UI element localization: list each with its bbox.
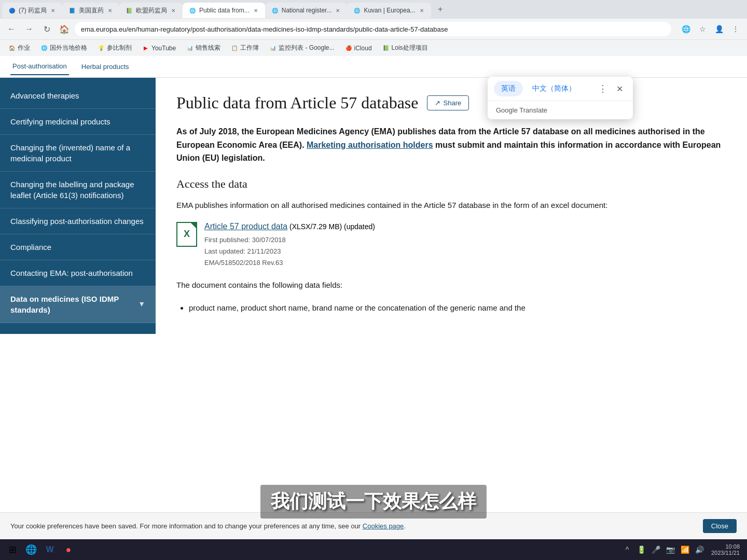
translate-more-button[interactable]: ⋮ [596, 81, 610, 96]
file-download-link[interactable]: Article 57 product data [204, 222, 287, 231]
translate-lang-english[interactable]: 英语 [494, 81, 523, 96]
bookmark-lois-label: Lois处理项目 [392, 44, 428, 52]
translate-lang-chinese[interactable]: 中文（简体） [525, 81, 583, 96]
taskbar-word-icon[interactable]: W [42, 541, 58, 558]
home-button[interactable]: 🏠 [57, 22, 72, 36]
tab-3[interactable]: 📗 欧盟药监局 ✕ [119, 3, 183, 18]
taskbar-mic-icon[interactable]: 🎤 [650, 543, 662, 556]
tab-5-favicon: 🌐 [271, 7, 279, 14]
tab-6[interactable]: 🌐 Kuvan | Europea... ✕ [347, 3, 431, 18]
tab-1[interactable]: 🔵 (7) 药监局 ✕ [2, 3, 62, 18]
taskbar-network-icon[interactable]: 📶 [679, 543, 691, 556]
more-icon[interactable]: ⋮ [728, 22, 743, 36]
taskbar-extra-icon[interactable]: ● [60, 541, 77, 558]
sidebar-item-contacting[interactable]: Contacting EMA: post-authorisation [0, 260, 156, 286]
refresh-button[interactable]: ↻ [39, 22, 54, 36]
new-tab-button[interactable]: + [433, 2, 448, 17]
tab-6-favicon: 🌐 [353, 7, 361, 14]
mah-link[interactable]: Marketing authorisation holders [307, 141, 433, 149]
tab-1-favicon: 🔵 [8, 7, 16, 14]
sidebar-item-advanced-therapies[interactable]: Advanced therapies [0, 83, 156, 109]
tab-2-favicon: 📘 [68, 7, 76, 14]
bookmark-zuoye[interactable]: 🏠 作业 [4, 41, 34, 54]
page-title: Public data from Article 57 database [176, 93, 419, 113]
bookmark-zuoye-label: 作业 [18, 44, 30, 52]
bookmark-youtube-icon: ▶ [142, 45, 149, 52]
taskbar-expand-icon[interactable]: ^ [621, 543, 633, 556]
cookie-close-button[interactable]: Close [703, 519, 737, 533]
tab-1-title: (7) 药监局 [19, 6, 47, 15]
tab-6-title: Kuvan | Europea... [364, 7, 415, 14]
bookmark-workbook-icon: 📋 [231, 45, 238, 52]
fields-intro: The document contains the following data… [176, 279, 726, 291]
cookie-text: Your cookie preferences have been saved.… [10, 522, 406, 530]
bookmark-price-icon: 🌐 [40, 45, 48, 52]
url-bar[interactable]: ema.europa.eu/en/human-regulatory/post-a… [75, 22, 671, 36]
taskbar-speaker-icon[interactable]: 📷 [665, 543, 677, 556]
file-first-published: First published: 30/07/2018 [204, 234, 726, 246]
share-button-label: Share [444, 99, 462, 107]
tab-4-title: Public data from... [199, 7, 250, 14]
bookmark-youtube-label: YouTube [151, 45, 176, 52]
bookmark-canbi[interactable]: 💡 参比制剂 [93, 41, 136, 54]
tab-5[interactable]: 🌐 National register... ✕ [265, 3, 348, 18]
bookmark-sales-icon: 📊 [186, 45, 193, 52]
bookmark-workbook-label: 工作簿 [240, 44, 259, 52]
translate-close-button[interactable]: ✕ [612, 81, 627, 96]
bookmark-lois-icon: 📗 [382, 45, 390, 52]
taskbar-volume-icon[interactable]: 🔊 [694, 543, 706, 556]
file-block: X Article 57 product data (XLSX/7.29 MB)… [176, 222, 726, 269]
sidebar-item-classifying[interactable]: Classifying post-authorisation changes [0, 208, 156, 234]
translate-popup: 英语 中文（简体） ⋮ ✕ Google Translate [488, 77, 633, 119]
browser-chrome: 🔵 (7) 药监局 ✕ 📘 美国直药 ✕ 📗 欧盟药监局 ✕ 🌐 Public … [0, 0, 747, 56]
header-nav-post-auth[interactable]: Post-authorisation [10, 58, 69, 75]
bookmark-youtube[interactable]: ▶ YouTube [138, 43, 180, 54]
tab-4-favicon: 🌐 [189, 7, 196, 14]
taskbar-windows-icon[interactable]: ⊞ [4, 541, 21, 558]
translate-icon[interactable]: 🌐 [679, 22, 693, 36]
file-link-row: Article 57 product data (XLSX/7.29 MB) (… [204, 222, 726, 231]
bookmark-monitor[interactable]: 📊 监控列表 - Google... [265, 41, 338, 54]
tab-4-close[interactable]: ✕ [253, 7, 259, 15]
file-ref: EMA/518502/2018 Rev.63 [204, 257, 726, 269]
bookmark-zuoye-icon: 🏠 [8, 45, 16, 52]
bookmark-lois[interactable]: 📗 Lois处理项目 [378, 41, 432, 54]
sidebar-item-labelling[interactable]: Changing the labelling and package leafl… [0, 172, 156, 208]
cookies-page-link[interactable]: Cookies page [363, 522, 404, 530]
bookmark-icloud[interactable]: 🍎 iCloud [341, 43, 376, 54]
address-icons: 🌐 ☆ 👤 ⋮ [679, 22, 743, 36]
bookmark-sales[interactable]: 📊 销售线索 [182, 41, 225, 54]
file-metadata: First published: 30/07/2018 Last updated… [204, 234, 726, 269]
file-updated-text: (updated) [344, 222, 375, 231]
sidebar-item-changing-name[interactable]: Changing the (invented) name of a medici… [0, 135, 156, 172]
profile-icon[interactable]: 👤 [712, 22, 726, 36]
sidebar-item-compliance[interactable]: Compliance [0, 234, 156, 260]
chevron-down-icon: ▼ [138, 299, 145, 310]
bookmark-icloud-label: iCloud [354, 45, 372, 52]
bookmark-icon[interactable]: ☆ [695, 22, 710, 36]
forward-button[interactable]: → [22, 22, 36, 36]
tab-3-close[interactable]: ✕ [170, 7, 176, 15]
bookmark-canbi-icon: 💡 [98, 45, 105, 52]
bookmark-workbook[interactable]: 📋 工作簿 [227, 41, 263, 54]
taskbar-battery-icon: 🔋 [635, 543, 648, 556]
file-size-text: (XLSX/7.29 MB) [289, 222, 342, 231]
tab-2[interactable]: 📘 美国直药 ✕ [62, 3, 119, 18]
tab-2-close[interactable]: ✕ [107, 7, 113, 15]
sidebar-item-data-medicines-label: Data on medicines (ISO IDMP standards) [10, 293, 138, 315]
sidebar-item-data-medicines[interactable]: Data on medicines (ISO IDMP standards) ▼ [0, 286, 156, 323]
tab-4[interactable]: 🌐 Public data from... ✕ [183, 3, 265, 18]
sidebar-item-certifying[interactable]: Certifying medicinal products [0, 109, 156, 135]
page-title-row: Public data from Article 57 database ↗ S… [176, 93, 726, 113]
taskbar-chrome-icon[interactable]: 🌐 [23, 541, 39, 558]
content-area: Public data from Article 57 database ↗ S… [156, 78, 747, 334]
header-nav-herbal[interactable]: Herbal products [79, 59, 131, 75]
access-heading: Access the data [176, 177, 726, 191]
tab-1-close[interactable]: ✕ [50, 7, 56, 15]
main-layout: Advanced therapies Certifying medicinal … [0, 78, 747, 334]
back-button[interactable]: ← [4, 22, 19, 36]
tab-6-close[interactable]: ✕ [419, 7, 425, 15]
share-button[interactable]: ↗ Share [427, 95, 469, 110]
tab-5-close[interactable]: ✕ [335, 7, 341, 15]
bookmark-price[interactable]: 🌐 国外当地价格 [36, 41, 91, 54]
